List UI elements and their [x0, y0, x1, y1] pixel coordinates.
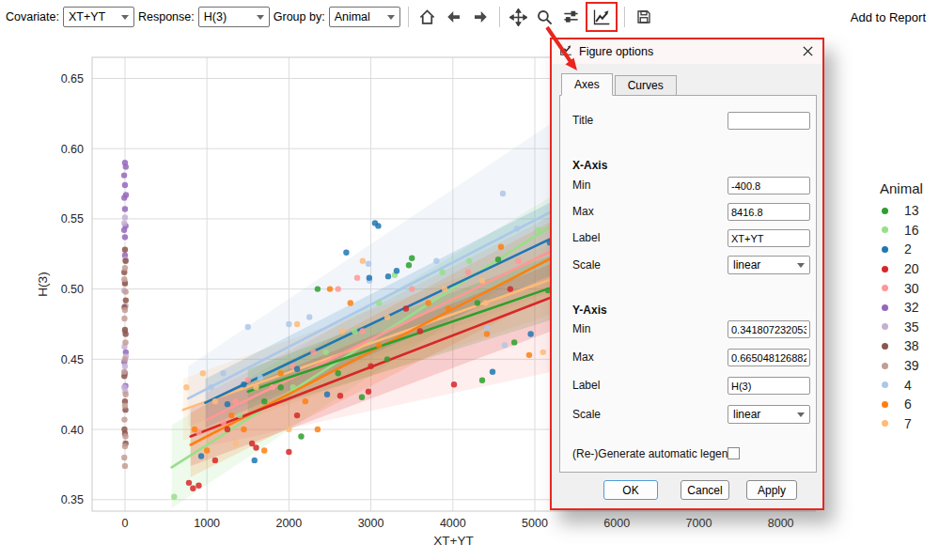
line-chart-icon [559, 43, 572, 60]
chart-legend: Animal 13162203032353839467 [857, 180, 938, 433]
scatter-point-13 [261, 398, 267, 404]
scatter-point-20 [294, 412, 300, 418]
scatter-point-2 [527, 331, 533, 336]
scatter-point-7 [212, 398, 218, 404]
subplot-config-button[interactable] [559, 5, 584, 29]
scatter-point-6 [526, 352, 532, 358]
response-select[interactable]: H(3) [198, 7, 270, 27]
scatter-point-2 [252, 458, 258, 463]
legend-item-16: 16 [857, 221, 938, 241]
scatter-point-20 [337, 393, 343, 398]
add-to-report-button[interactable]: Add to Report [851, 10, 926, 24]
cancel-button[interactable]: Cancel [681, 480, 729, 500]
y-axis-scale-select[interactable]: linear [728, 405, 810, 424]
back-button[interactable] [442, 5, 466, 29]
home-button[interactable] [415, 5, 440, 29]
save-button[interactable] [632, 5, 656, 29]
zoom-icon [536, 8, 554, 26]
legend-dot [882, 420, 888, 427]
scatter-point-7 [286, 427, 291, 432]
covariate-select[interactable]: XT+YT [63, 7, 134, 27]
x-tick-label: 2000 [275, 517, 302, 530]
scatter-point-39 [121, 416, 127, 422]
scatter-point-39 [122, 402, 128, 408]
apply-button[interactable]: Apply [746, 480, 797, 500]
scatter-point-2 [343, 250, 349, 256]
scatter-point-39 [122, 307, 128, 313]
x-axis-scale-select[interactable]: linear [728, 256, 810, 274]
legend-dot [882, 363, 888, 369]
scatter-point-16 [536, 227, 541, 233]
legend-item-32: 32 [857, 298, 938, 318]
y-axis-max-input[interactable] [728, 349, 810, 366]
x-axis-label-input[interactable] [728, 229, 810, 247]
covariate-label: Covariate: [6, 10, 59, 23]
title-field-input[interactable] [728, 112, 810, 130]
legend-item-label: 39 [904, 358, 919, 373]
ok-button[interactable]: OK [603, 480, 658, 500]
scatter-point-7 [482, 300, 488, 305]
scatter-point-20 [253, 444, 258, 450]
scatter-point-35 [122, 214, 128, 220]
scatter-point-4 [502, 342, 508, 348]
scatter-point-38 [122, 331, 128, 336]
dialog-titlebar[interactable]: Figure options [552, 39, 822, 64]
figure-options-button[interactable] [589, 5, 614, 29]
y-axis-heading: Y-Axis [572, 303, 607, 317]
scatter-point-6 [204, 447, 210, 453]
scatter-point-16 [376, 300, 382, 305]
legend-item-label: 7 [904, 416, 912, 431]
scatter-point-13 [359, 394, 365, 399]
scatter-point-7 [200, 370, 206, 376]
scatter-point-6 [241, 427, 246, 432]
y-tick-label: 0.40 [61, 424, 84, 437]
axes-tab-panel: Title X-Axis Min Max Label Scale linear … [559, 95, 817, 473]
title-field-label: Title [572, 114, 593, 127]
x-tick-label: 0 [121, 517, 128, 530]
tab-axes[interactable]: Axes [561, 73, 613, 96]
x-axis-min-input[interactable] [728, 177, 810, 194]
line-chart-icon [592, 8, 611, 26]
scatter-point-6 [327, 286, 333, 291]
scatter-point-13 [336, 370, 341, 376]
legend-item-20: 20 [857, 259, 938, 279]
y-axis-label-input[interactable] [728, 377, 810, 395]
legend-dot [882, 266, 888, 272]
scatter-point-4 [245, 324, 251, 330]
legend-title: Animal [857, 180, 938, 196]
scatter-point-2 [294, 366, 300, 372]
legend-dot [882, 401, 888, 408]
zoom-button[interactable] [533, 5, 557, 29]
close-button[interactable] [801, 43, 815, 61]
scatter-point-2 [241, 381, 246, 387]
scatter-point-2 [225, 401, 230, 407]
x-axis-max-input[interactable] [728, 203, 810, 221]
legend-item-label: 30 [904, 281, 919, 296]
x-tick-label: 3000 [358, 517, 384, 530]
x-axis-scale-value: linear [733, 258, 760, 272]
legend-item-30: 30 [857, 278, 938, 298]
scatter-point-20 [417, 328, 423, 334]
forward-button[interactable] [468, 5, 493, 29]
scatter-point-16 [466, 258, 472, 264]
y-axis-scale-label: Scale [572, 408, 601, 421]
legend-items: 13162203032353839467 [857, 201, 938, 433]
close-icon [803, 45, 813, 59]
scatter-point-20 [186, 480, 192, 486]
scatter-point-4 [286, 321, 291, 327]
regenerate-legend-label: (Re-)Generate automatic legend [572, 447, 734, 460]
scatter-point-6 [425, 300, 430, 305]
scatter-point-4 [500, 191, 506, 196]
scatter-point-39 [122, 463, 128, 469]
pan-button[interactable] [507, 5, 531, 29]
scatter-point-32 [121, 172, 127, 178]
scatter-point-35 [121, 220, 127, 226]
groupby-select[interactable]: Animal [329, 7, 400, 27]
scatter-point-20 [403, 305, 409, 311]
regenerate-legend-checkbox[interactable] [728, 447, 740, 459]
scatter-point-39 [121, 316, 127, 321]
y-axis-min-input[interactable] [728, 320, 810, 338]
tab-curves[interactable]: Curves [615, 75, 677, 96]
legend-dot [882, 323, 888, 330]
scatter-point-38 [122, 258, 128, 264]
